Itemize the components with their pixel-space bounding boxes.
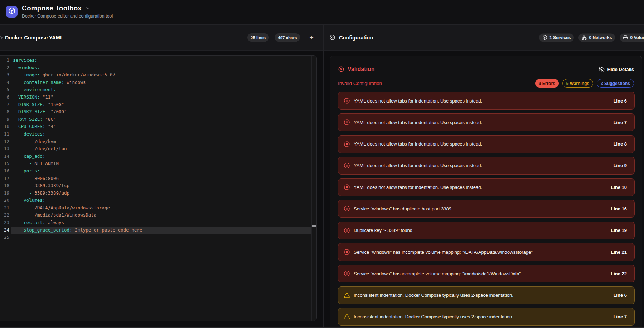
validation-error-card[interactable]: Duplicate key "- 3389" foundLine 19: [338, 222, 635, 239]
validation-error-card[interactable]: Service "windows" has incomplete volume …: [338, 243, 635, 261]
yaml-panel: Docker Compose YAML 25 lines 497 chars +…: [0, 25, 324, 328]
circle-x-icon: [344, 227, 350, 234]
code-line[interactable]: 10 CPU_CORES: "4": [0, 123, 311, 130]
validation-title: Validation: [348, 66, 375, 72]
code-line[interactable]: 3 image: ghcr.io/dockur/windows:5.07: [0, 71, 311, 79]
add-button[interactable]: +: [309, 34, 314, 41]
code-line[interactable]: 19 - 3389:3389/udp: [0, 190, 311, 197]
validation-error-card[interactable]: YAML does not allow tabs for indentation…: [338, 92, 635, 110]
yaml-panel-header: Docker Compose YAML 25 lines 497 chars +: [0, 25, 323, 51]
code-line[interactable]: 23 restart: always: [0, 219, 311, 227]
circle-x-icon: [344, 162, 350, 169]
circle-dot-icon: [329, 34, 335, 41]
validation-section: Validation Hide Details Invalid Configur…: [330, 56, 642, 328]
code-line[interactable]: 16 ports:: [0, 167, 311, 175]
code-line[interactable]: 20 volumes:: [0, 197, 311, 204]
validation-message: Service "windows" has incomplete volume …: [354, 271, 521, 276]
editor-scrollbar-thumb[interactable]: [312, 225, 316, 227]
validation-line-ref: Line 6: [613, 98, 627, 104]
circle-x-icon: [344, 184, 350, 190]
yaml-panel-title: Docker Compose YAML: [5, 35, 63, 41]
validation-message: YAML does not allow tabs for indentation…: [354, 185, 482, 190]
circle-x-icon: [344, 270, 350, 277]
validation-error-card[interactable]: YAML does not allow tabs for indentation…: [338, 178, 635, 196]
validation-message: Service "windows" has duplicate host por…: [354, 206, 451, 211]
editor-scrollbar[interactable]: [311, 56, 316, 321]
validation-line-ref: Line 19: [611, 228, 627, 233]
code-line[interactable]: 2 windows:: [0, 64, 311, 72]
config-summary-pills: 1 Services0 Networks0 Volumes: [539, 33, 644, 42]
validation-line-ref: Line 22: [611, 271, 627, 276]
validation-line-ref: Line 7: [613, 314, 627, 319]
code-line[interactable]: 12 - /dev/kvm: [0, 138, 311, 146]
network-icon: [582, 35, 587, 40]
validation-message: Inconsistent indentation. Docker Compose…: [354, 314, 513, 319]
circle-x-icon: [344, 249, 350, 255]
validation-error-card[interactable]: YAML does not allow tabs for indentation…: [338, 135, 635, 153]
validation-message: Inconsistent indentation. Docker Compose…: [354, 293, 513, 298]
code-line[interactable]: 6 VERSION: "11": [0, 94, 311, 101]
validation-line-ref: Line 6: [613, 293, 627, 298]
code-line[interactable]: 1services:: [0, 57, 311, 64]
app-subtitle: Docker Compose editor and configuration …: [22, 14, 113, 19]
validation-message: YAML does not allow tabs for indentation…: [354, 163, 482, 168]
triangle-alert-icon: [344, 292, 350, 299]
code-line[interactable]: 13 - /dev/net/tun: [0, 145, 311, 153]
validation-line-ref: Line 10: [611, 185, 627, 190]
yaml-editor[interactable]: 1services:2 windows:3 image: ghcr.io/doc…: [0, 55, 317, 321]
validation-message: Duplicate key "- 3389" found: [354, 228, 412, 233]
app: Compose Toolbox Docker Compose editor an…: [0, 0, 644, 328]
code-line[interactable]: 15 - NET_ADMIN: [0, 160, 311, 167]
code-lines: 1services:2 windows:3 image: ghcr.io/doc…: [0, 57, 311, 241]
configuration-panel-title: Configuration: [339, 35, 373, 41]
horizontal-scrollbar[interactable]: [0, 327, 644, 328]
app-title: Compose Toolbox: [22, 4, 82, 12]
code-line[interactable]: 7 DISK_SIZE: "150G": [0, 101, 311, 109]
chevron-down-icon[interactable]: [85, 6, 90, 11]
validation-error-card[interactable]: YAML does not allow tabs for indentation…: [338, 157, 635, 175]
code-line[interactable]: 11 devices:: [0, 130, 311, 138]
errors-badge[interactable]: 9 Errors: [535, 79, 559, 88]
code-line[interactable]: 4 container_name: windows: [0, 79, 311, 86]
suggestions-badge[interactable]: 3 Suggestions: [597, 79, 634, 88]
triangle-alert-icon: [344, 314, 350, 320]
lines-count-badge: 25 lines: [247, 33, 269, 42]
circle-x-icon: [344, 205, 350, 212]
circle-x-icon: [344, 119, 350, 125]
validation-line-ref: Line 7: [613, 120, 627, 125]
configuration-panel-header: Configuration 1 Services0 Networks0 Volu…: [324, 25, 644, 51]
code-line[interactable]: 14 cap_add:: [0, 153, 311, 160]
circle-x-icon: [344, 98, 350, 104]
circle-x-icon: [338, 66, 344, 72]
circle-x-icon: [344, 141, 350, 147]
validation-line-ref: Line 8: [613, 141, 627, 147]
validation-status: Invalid Configuration: [338, 81, 382, 86]
chevron-right-icon[interactable]: [0, 35, 4, 41]
package-icon: [8, 7, 15, 16]
code-line[interactable]: 24 stop_grace_period: 2mtype or paste co…: [0, 227, 311, 234]
summary-pill: 0 Networks: [578, 33, 615, 42]
warnings-badge[interactable]: 5 Warnings: [562, 79, 593, 88]
code-line[interactable]: 25: [0, 234, 311, 241]
validation-error-card[interactable]: YAML does not allow tabs for indentation…: [338, 113, 635, 131]
code-line[interactable]: 8 DISK2_SIZE: "700G": [0, 108, 311, 116]
chars-count-badge: 497 chars: [275, 33, 300, 42]
validation-message: YAML does not allow tabs for indentation…: [354, 98, 482, 104]
validation-error-card[interactable]: Service "windows" has duplicate host por…: [338, 200, 635, 218]
code-line[interactable]: 9 RAM_SIZE: "8G": [0, 116, 311, 123]
code-line[interactable]: 18 - 3389:3389/tcp: [0, 182, 311, 190]
hide-details-button[interactable]: Hide Details: [599, 66, 634, 72]
eye-off-icon: [599, 66, 605, 72]
validation-line-ref: Line 9: [613, 163, 627, 168]
code-line[interactable]: 17 - 8006:8006: [0, 175, 311, 182]
validation-message: YAML does not allow tabs for indentation…: [354, 141, 482, 147]
code-line[interactable]: 22 - /media/sda1/WindowsData: [0, 211, 311, 219]
validation-warning-card[interactable]: Inconsistent indentation. Docker Compose…: [338, 286, 635, 304]
app-logo: [6, 6, 18, 18]
validation-cards: YAML does not allow tabs for indentation…: [338, 92, 635, 326]
code-line[interactable]: 5 environment:: [0, 86, 311, 94]
code-line[interactable]: 21 - /DATA/AppData/windowsstorage: [0, 204, 311, 212]
validation-message: YAML does not allow tabs for indentation…: [354, 120, 482, 125]
validation-warning-card[interactable]: Inconsistent indentation. Docker Compose…: [338, 308, 635, 326]
validation-error-card[interactable]: Service "windows" has incomplete volume …: [338, 265, 635, 282]
